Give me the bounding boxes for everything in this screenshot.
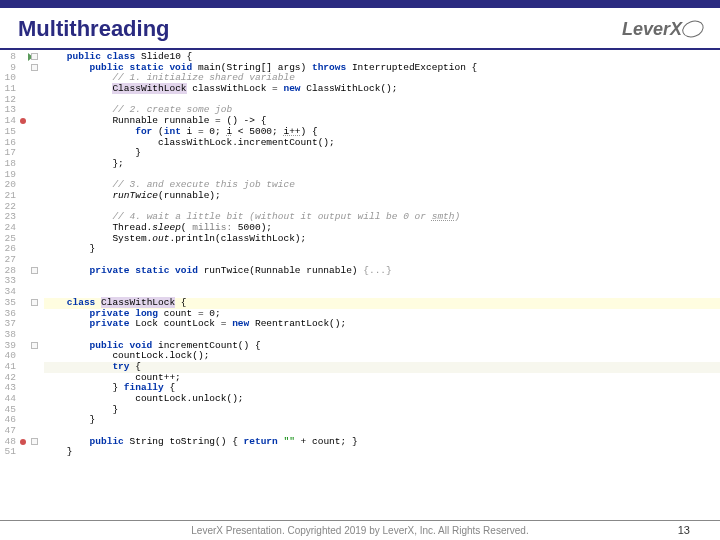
breakpoint-gutter[interactable] [18, 52, 40, 458]
footer-text: LeverX Presentation. Copyrighted 2019 by… [191, 525, 528, 536]
footer: LeverX Presentation. Copyrighted 2019 by… [0, 520, 720, 540]
line-number-gutter: 8910111213141516171819202122232425262728… [0, 52, 18, 458]
code-content[interactable]: public class Slide10 { public static voi… [40, 52, 720, 458]
page-title: Multithreading [18, 16, 170, 42]
page-number: 13 [678, 524, 690, 536]
header: Multithreading LeverX [0, 8, 720, 48]
code-editor[interactable]: 8910111213141516171819202122232425262728… [0, 50, 720, 458]
top-bar [0, 0, 720, 8]
leverx-logo: LeverX [622, 19, 702, 40]
